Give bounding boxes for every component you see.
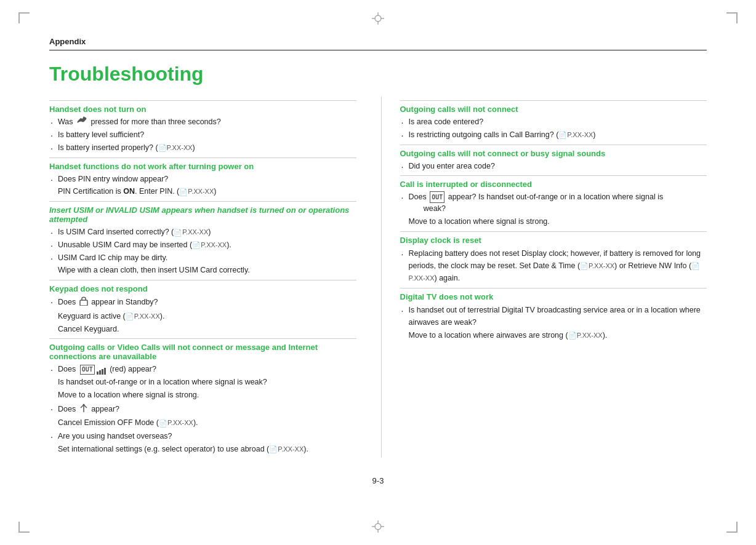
antenna-icon [79, 403, 88, 416]
bullet-list-outgoing-busy: Did you enter area code? [400, 161, 707, 172]
sub-text-pin: PIN Certification is ON. Enter PIN. (📄P.… [49, 186, 356, 197]
left-column: Handset does not turn on Was pressed for… [49, 97, 356, 458]
appendix-label: Appendix [49, 37, 707, 46]
signal-bars-icon: OUT [430, 191, 444, 203]
section-title-digital-tv: Digital TV does not work [400, 292, 707, 301]
out-signal-icon: OUT [80, 365, 106, 375]
bullet-list-overseas: Are you using handset overseas? [49, 431, 356, 442]
section-title-call-interrupted: Call is interrupted or disconnected [400, 180, 707, 189]
section-title-outgoing-video: Outgoing calls or Video Calls will not c… [49, 343, 356, 361]
section-title-outgoing-no-connect: Outgoing calls will not connect [400, 105, 707, 114]
header-rule [49, 50, 707, 50]
list-item: Is USIM Card inserted correctly? (📄P.XX-… [49, 226, 356, 238]
bullet-list-keypad: Does appear in Standby? [49, 296, 356, 309]
section-outgoing-no-connect: Outgoing calls will not connect Is area … [400, 100, 707, 141]
bullet-list-call-interrupted: Does OUT appear? Is handset out-of-range… [400, 191, 707, 215]
svg-rect-10 [80, 300, 87, 306]
list-item: Is restricting outgoing calls in Call Ba… [400, 129, 707, 141]
section-title-outgoing-busy: Outgoing calls will not connect or busy … [400, 149, 707, 158]
phone-icon [76, 116, 87, 128]
list-item: Does OUT (red) appear? [49, 364, 356, 375]
sub-text-usim: Wipe with a clean cloth, then insert USI… [49, 265, 356, 276]
sub-text-signal1: Is handset out-of-range or in a location… [49, 376, 356, 388]
section-insert-usim: Insert USIM or INVALID USIM appears when… [49, 201, 356, 276]
sub-text-emission: Cancel Emission OFF Mode (📄P.XX-XX). [49, 417, 356, 429]
list-item: Are you using handset overseas? [49, 431, 356, 442]
page-number: 9-3 [49, 476, 707, 485]
bullet-list-digital-tv: Is handset out of terrestrial Digital TV… [400, 304, 707, 328]
list-item: USIM Card IC chip may be dirty. [49, 252, 356, 264]
list-item: Is battery inserted properly? (📄P.XX-XX) [49, 142, 356, 154]
list-item: Replacing battery does not reset Display… [400, 247, 707, 284]
list-item: Does appear in Standby? [49, 296, 356, 309]
list-item: Does PIN entry window appear? [49, 173, 356, 185]
section-title-display-clock: Display clock is reset [400, 236, 707, 245]
section-handset-functions: Handset functions do not work after turn… [49, 157, 356, 198]
right-column: Outgoing calls will not connect Is area … [381, 97, 707, 458]
sub-text-signal2: Move to a location where signal is stron… [49, 389, 356, 401]
center-cross-bottom [372, 520, 384, 533]
section-outgoing-busy: Outgoing calls will not connect or busy … [400, 145, 707, 172]
svg-point-14 [82, 404, 84, 405]
list-item: Did you enter area code? [400, 161, 707, 172]
sub-text-call-signal: Move to a location where signal is stron… [400, 216, 707, 228]
two-col-layout: Handset does not turn on Was pressed for… [49, 97, 707, 458]
bullet-list-display-clock: Replacing battery does not reset Display… [400, 247, 707, 284]
sub-text-keyguard2: Cancel Keyguard. [49, 324, 356, 335]
list-item: Is battery level sufficient? [49, 129, 356, 141]
page-title: Troubleshooting [49, 63, 707, 86]
section-keypad: Keypad does not respond Does appear in S… [49, 280, 356, 335]
svg-point-5 [375, 523, 381, 530]
lock-icon [79, 296, 88, 309]
section-call-interrupted: Call is interrupted or disconnected Does… [400, 175, 707, 228]
list-item: Is handset out of terrestrial Digital TV… [400, 304, 707, 328]
section-title-handset-functions: Handset functions do not work after turn… [49, 162, 356, 171]
section-outgoing-video: Outgoing calls or Video Calls will not c… [49, 338, 356, 455]
sub-text-overseas: Set international settings (e.g. select … [49, 444, 356, 455]
bullet-list-antenna: Does appear? [49, 403, 356, 416]
section-digital-tv: Digital TV does not work Is handset out … [400, 288, 707, 341]
bullet-list-handset-functions: Does PIN entry window appear? [49, 173, 356, 185]
list-item: Does appear? [49, 403, 356, 416]
section-title-insert-usim: Insert USIM or INVALID USIM appears when… [49, 205, 356, 224]
bullet-list-handset-no-turn-on: Was pressed for more than three seconds?… [49, 116, 356, 154]
bullet-list-outgoing-video: Does OUT (red) appear? [49, 364, 356, 375]
section-title-keypad: Keypad does not respond [49, 284, 356, 293]
list-item: Is area code entered? [400, 116, 707, 128]
list-item: Was pressed for more than three seconds? [49, 116, 356, 128]
section-handset-no-turn-on: Handset does not turn on Was pressed for… [49, 100, 356, 154]
corner-mark-br [726, 522, 738, 533]
bullet-list-insert-usim: Is USIM Card inserted correctly? (📄P.XX-… [49, 226, 356, 263]
section-title-handset-no-turn-on: Handset does not turn on [49, 105, 356, 114]
bullet-list-outgoing-no-connect: Is area code entered? Is restricting out… [400, 116, 707, 141]
sub-text-digital-tv: Move to a location where airwaves are st… [400, 330, 707, 341]
list-item: Does OUT appear? Is handset out-of-range… [400, 191, 707, 215]
list-item: Unusable USIM Card may be inserted (📄P.X… [49, 239, 356, 251]
page-container: Appendix Troubleshooting Handset does no… [0, 0, 756, 522]
corner-mark-bl [18, 522, 30, 533]
sub-text-keyguard1: Keyguard is active (📄P.XX-XX). [49, 311, 356, 322]
section-display-clock: Display clock is reset Replacing battery… [400, 231, 707, 284]
